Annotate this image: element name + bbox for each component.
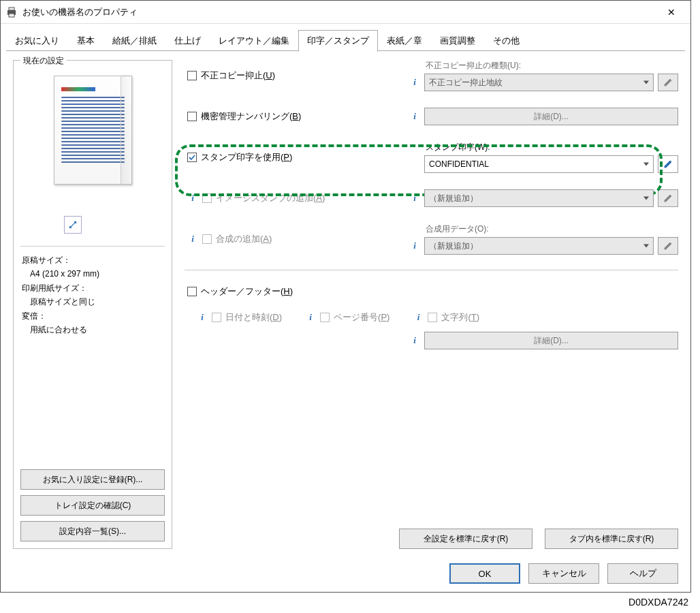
print-size-label: 印刷用紙サイズ：	[22, 281, 165, 295]
overlay-label: 合成の追加(A)	[216, 233, 272, 245]
tab-basic[interactable]: 基本	[68, 30, 104, 52]
svg-rect-1	[9, 7, 14, 10]
divider	[185, 270, 678, 270]
titlebar: お使いの機器名のプロパティ ✕	[1, 1, 690, 24]
copy-protect-label: 不正コピー抑止(U)	[201, 69, 275, 82]
settings-summary: 原稿サイズ： A4 (210 x 297 mm) 印刷用紙サイズ： 原稿サイズと…	[20, 253, 165, 336]
tabstrip: お気に入り 基本 給紙／排紙 仕上げ レイアウト／編集 印字／スタンプ 表紙／章…	[1, 24, 690, 52]
overlay-data-label: 合成用データ(O):	[409, 223, 678, 235]
copy-type-edit-button	[658, 74, 678, 91]
dialog-footer: OK キャンセル ヘルプ	[449, 563, 678, 584]
stamp-use-checkbox[interactable]	[187, 153, 197, 162]
orig-size-label: 原稿サイズ：	[22, 253, 165, 267]
tab-stamp[interactable]: 印字／スタンプ	[298, 30, 378, 52]
copy-type-combo: 不正コピー抑止地紋	[424, 74, 654, 91]
header-footer-checkbox[interactable]	[187, 287, 197, 296]
stamp-use-label: スタンプ印字を使用(P)	[201, 151, 292, 163]
register-favorite-button[interactable]: お気に入り設定に登録(R)...	[20, 469, 165, 490]
overlay-edit-button	[658, 237, 678, 255]
tab-cover[interactable]: 表紙／章	[378, 30, 431, 52]
numbering-detail-button: 詳細(D)...	[424, 108, 678, 125]
tab-finishing[interactable]: 仕上げ	[165, 30, 210, 52]
numbering-checkbox[interactable]	[187, 112, 197, 121]
scale-value: 用紙に合わせる	[22, 323, 165, 336]
document-id: D0DXDA7242	[0, 593, 691, 608]
stamp-settings-panel: 不正コピー抑止(U) 不正コピー抑止の種類(U): 不正コピー抑止地紋 機密管理…	[185, 60, 678, 549]
pagenum-checkbox	[320, 313, 330, 322]
copy-type-label: 不正コピー抑止の種類(U):	[409, 60, 678, 72]
image-stamp-combo: （新規追加）	[424, 189, 654, 207]
svg-rect-2	[9, 14, 14, 17]
image-stamp-label: イメージスタンプの追加(A)	[216, 192, 325, 204]
numbering-label: 機密管理ナンバリング(B)	[201, 110, 301, 123]
datetime-label: 日付と時刻(D)	[225, 311, 282, 324]
image-stamp-checkbox	[202, 193, 212, 203]
tab-favorites[interactable]: お気に入り	[6, 30, 68, 52]
tab-paper[interactable]: 給紙／排紙	[104, 30, 165, 52]
info-icon[interactable]	[409, 77, 420, 88]
header-footer-detail-button: 詳細(D)...	[424, 332, 678, 349]
printer-icon	[6, 7, 17, 18]
reset-tab-button[interactable]: タブ内を標準に戻す(R)	[545, 529, 678, 549]
info-icon[interactable]	[413, 312, 424, 323]
settings-list-button[interactable]: 設定内容一覧(S)...	[20, 521, 165, 541]
current-settings-legend: 現在の設定	[20, 55, 67, 67]
orig-size-value: A4 (210 x 297 mm)	[22, 267, 165, 281]
ok-button[interactable]: OK	[449, 563, 520, 584]
info-icon[interactable]	[409, 240, 420, 251]
current-settings-panel: 現在の設定 原稿サイズ： A4 (210 x 297 mm)	[13, 60, 172, 549]
text-checkbox	[428, 313, 437, 322]
content-area: 現在の設定 原稿サイズ： A4 (210 x 297 mm)	[1, 52, 690, 557]
stamp-select-label: スタンプ印字(W):	[409, 142, 678, 153]
image-stamp-edit-button	[658, 189, 678, 207]
overlay-checkbox	[202, 234, 212, 244]
header-footer-label: ヘッダー／フッター(H)	[201, 285, 293, 298]
print-size-value: 原稿サイズと同じ	[22, 295, 165, 309]
copy-protect-checkbox[interactable]	[187, 71, 197, 80]
overlay-data-combo: （新規追加）	[424, 237, 654, 255]
scale-label: 変倍：	[22, 309, 165, 323]
page-preview-area	[20, 70, 165, 240]
orientation-button[interactable]	[64, 216, 82, 234]
info-icon[interactable]	[305, 312, 316, 323]
close-icon[interactable]: ✕	[658, 1, 685, 24]
pagenum-label: ページ番号(P)	[334, 311, 389, 324]
info-icon[interactable]	[409, 111, 420, 122]
stamp-edit-button[interactable]	[658, 155, 678, 173]
info-icon[interactable]	[409, 193, 420, 204]
info-icon[interactable]	[409, 335, 420, 346]
text-label: 文字列(T)	[441, 311, 479, 324]
properties-dialog: お使いの機器名のプロパティ ✕ お気に入り 基本 給紙／排紙 仕上げ レイアウト…	[0, 0, 691, 593]
datetime-checkbox	[212, 313, 221, 322]
info-icon[interactable]	[187, 193, 198, 204]
cancel-button[interactable]: キャンセル	[528, 563, 599, 584]
help-button[interactable]: ヘルプ	[607, 563, 678, 584]
tab-quality[interactable]: 画質調整	[431, 30, 484, 52]
tray-settings-button[interactable]: トレイ設定の確認(C)	[20, 495, 165, 516]
info-icon[interactable]	[187, 234, 198, 245]
info-icon[interactable]	[197, 312, 208, 323]
tab-other[interactable]: その他	[484, 30, 528, 52]
tab-layout[interactable]: レイアウト／編集	[210, 30, 298, 52]
stamp-select-combo[interactable]: CONFIDENTIAL	[424, 155, 654, 173]
reset-all-button[interactable]: 全設定を標準に戻す(R)	[399, 529, 532, 549]
divider	[20, 246, 165, 247]
page-preview	[54, 76, 132, 185]
window-title: お使いの機器名のプロパティ	[22, 6, 658, 18]
